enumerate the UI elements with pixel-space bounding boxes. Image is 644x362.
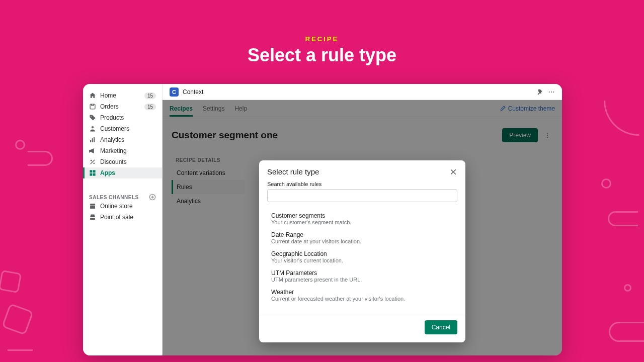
rule-list: Customer segments Your customer's segmen… <box>267 202 457 305</box>
svg-rect-8 <box>93 170 96 172</box>
svg-rect-10 <box>93 173 96 176</box>
rule-desc: Current or forecasted weather at your vi… <box>271 296 453 302</box>
sidebar-item-apps[interactable]: Apps <box>83 167 162 178</box>
rule-title: Customer segments <box>271 212 453 219</box>
hero-title: Select a rule type <box>0 45 644 66</box>
sidebar-item-marketing[interactable]: Marketing <box>83 145 162 156</box>
bg-doodle <box>0 270 22 293</box>
rule-geographic[interactable]: Geographic Location Your visitor's curre… <box>267 247 457 266</box>
topbar: C Context <box>163 84 562 100</box>
select-rule-modal: Select rule type Search available rules … <box>259 160 465 342</box>
sidebar-item-discounts[interactable]: Discounts <box>83 156 162 167</box>
channel-label: Point of sale <box>100 214 156 221</box>
rule-customer-segments[interactable]: Customer segments Your customer's segmen… <box>267 209 457 228</box>
svg-point-6 <box>93 162 95 164</box>
section-header-label: SALES CHANNELS <box>89 195 139 200</box>
svg-rect-7 <box>90 170 92 172</box>
modal-title: Select rule type <box>267 167 319 176</box>
store-icon <box>89 203 96 210</box>
orders-icon <box>89 103 96 110</box>
bars-icon <box>89 136 96 143</box>
apps-icon <box>89 169 96 176</box>
rule-date-range[interactable]: Date Range Current date at your visitors… <box>267 228 457 247</box>
bg-doodle <box>609 322 644 342</box>
rule-desc: UTM parameters present in the URL. <box>271 277 453 283</box>
rule-title: Weather <box>271 289 453 296</box>
svg-rect-9 <box>90 173 92 176</box>
sidebar-item-label: Marketing <box>100 147 156 154</box>
bg-doodle <box>15 140 25 150</box>
bg-doodle <box>604 101 639 136</box>
hero-eyebrow: RECIPE <box>0 35 644 43</box>
svg-rect-4 <box>94 137 95 142</box>
channel-pos[interactable]: Point of sale <box>83 212 162 223</box>
home-icon <box>89 92 96 99</box>
svg-point-5 <box>91 160 92 161</box>
sidebar-item-label: Customers <box>100 125 156 132</box>
bg-doodle <box>608 211 638 226</box>
sidebar: Home 15 Orders 15 Products Customers Ana… <box>83 84 163 355</box>
search-rules-input[interactable] <box>267 189 457 202</box>
svg-point-12 <box>549 91 550 92</box>
channel-label: Online store <box>100 203 156 210</box>
sidebar-item-customers[interactable]: Customers <box>83 123 162 134</box>
sidebar-item-analytics[interactable]: Analytics <box>83 134 162 145</box>
search-label: Search available rules <box>267 181 457 187</box>
rule-desc: Current date at your visitors location. <box>271 238 453 244</box>
svg-rect-2 <box>90 140 91 142</box>
rule-title: UTM Parameters <box>271 269 453 277</box>
rule-utm[interactable]: UTM Parameters UTM parameters present in… <box>267 266 457 286</box>
sidebar-item-orders[interactable]: Orders 15 <box>83 101 162 112</box>
svg-rect-0 <box>90 104 95 109</box>
close-icon <box>449 168 457 176</box>
bg-doodle <box>624 284 631 292</box>
svg-rect-3 <box>92 138 93 142</box>
sidebar-item-label: Analytics <box>100 136 156 143</box>
rule-desc: Your visitor's current location. <box>271 257 453 263</box>
bg-doodle <box>601 178 611 189</box>
main-area: C Context Recipes Settings Help Customiz… <box>163 84 562 355</box>
sidebar-item-products[interactable]: Products <box>83 112 162 123</box>
sidebar-item-label: Orders <box>100 103 140 110</box>
sidebar-item-label: Products <box>100 114 156 121</box>
megaphone-icon <box>89 147 96 154</box>
sidebar-item-label: Home <box>100 92 140 99</box>
sidebar-item-home[interactable]: Home 15 <box>83 90 162 101</box>
app-logo: C <box>170 87 179 97</box>
close-button[interactable] <box>449 168 457 176</box>
svg-point-13 <box>551 91 552 92</box>
pin-button[interactable] <box>536 88 543 96</box>
more-button[interactable] <box>548 88 555 96</box>
app-name: Context <box>183 88 203 96</box>
app-window: Home 15 Orders 15 Products Customers Ana… <box>83 84 562 355</box>
sales-channels-header: SALES CHANNELS <box>83 194 162 201</box>
sidebar-badge: 15 <box>144 93 156 99</box>
rule-weather[interactable]: Weather Current or forecasted weather at… <box>267 286 457 305</box>
svg-point-14 <box>553 91 554 92</box>
channel-online-store[interactable]: Online store <box>83 201 162 212</box>
tag-icon <box>89 114 96 121</box>
sidebar-badge: 15 <box>144 104 156 110</box>
add-channel-button[interactable] <box>149 194 156 201</box>
bg-doodle <box>8 349 33 362</box>
rule-title: Date Range <box>271 231 453 238</box>
sidebar-item-label: Discounts <box>100 158 156 165</box>
svg-point-1 <box>92 126 94 128</box>
bg-doodle <box>2 303 34 335</box>
pos-icon <box>89 214 96 221</box>
rule-desc: Your customer's segment match. <box>271 219 453 225</box>
person-icon <box>89 125 96 132</box>
cancel-button[interactable]: Cancel <box>425 320 457 334</box>
rule-title: Geographic Location <box>271 250 453 257</box>
sidebar-item-label: Apps <box>100 169 156 176</box>
bg-doodle <box>28 151 53 166</box>
percent-icon <box>89 158 96 165</box>
